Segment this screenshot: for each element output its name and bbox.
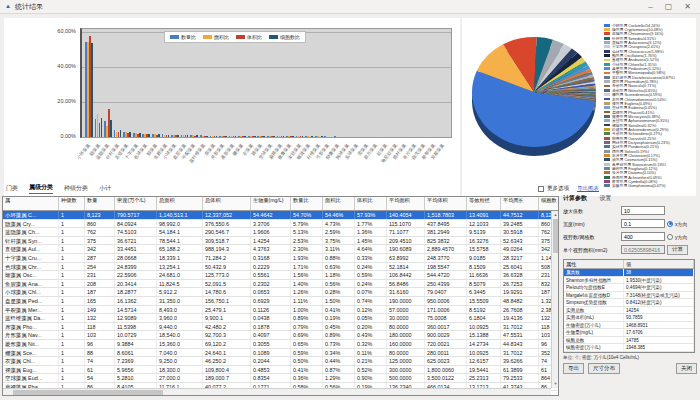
property-row[interactable]: 属类数38 bbox=[564, 269, 694, 277]
table-cell: 1 bbox=[59, 220, 85, 228]
table-row[interactable]: 衣藻属 Chl...1747.23699,250.046,250.20.2044… bbox=[3, 357, 558, 366]
width-input[interactable] bbox=[621, 219, 665, 228]
table-row[interactable]: 菱形藻属 Nit...1969.388415,360.069,120.20.30… bbox=[3, 340, 558, 349]
magnification-input[interactable] bbox=[621, 206, 665, 215]
maximize-button[interactable]: ▢ bbox=[665, 2, 673, 12]
legend-swatch bbox=[203, 35, 212, 39]
export-button[interactable]: 导出 bbox=[563, 363, 584, 374]
property-value: 14785 bbox=[624, 337, 694, 344]
table-cell: 0.05% bbox=[355, 314, 387, 322]
calculate-button[interactable]: 计算 bbox=[667, 245, 688, 255]
y-axis-tick-label: 40.00% bbox=[32, 63, 76, 69]
panel-title: 计算参数 bbox=[563, 194, 587, 203]
table-row[interactable]: 颤藻属 Osc...123122.590624,681.0125,773.00.… bbox=[3, 271, 558, 280]
table-row[interactable]: 蓝隐藻属 Ch...176274.510354,184.1290,546.71.… bbox=[3, 228, 558, 237]
table-cell: 61 bbox=[85, 366, 115, 374]
table-row[interactable]: 色球藻属 Chr...125424.839913,254.150,432.90.… bbox=[3, 263, 558, 272]
legend-swatch bbox=[604, 32, 610, 35]
title-bar: ▲ 统计结果 – ▢ ✕ bbox=[0, 0, 700, 14]
property-name: 实测总数 bbox=[564, 307, 624, 314]
close-dialog-button[interactable]: 关闭 bbox=[676, 363, 697, 374]
column-header: 平均体积 bbox=[425, 197, 467, 210]
scroll-up-arrow[interactable]: ▲ bbox=[552, 211, 559, 219]
table-cell: 1 bbox=[59, 331, 85, 339]
size-distribution-button[interactable]: 尺寸分布 bbox=[588, 363, 620, 374]
bar-细胞数比 bbox=[283, 136, 285, 137]
table-row[interactable]: 舟形藻属 Nav...110310.072918,540.092,700.30.… bbox=[3, 331, 558, 340]
more-options-checkbox[interactable] bbox=[538, 186, 544, 192]
table-cell: 74 bbox=[85, 357, 115, 365]
legend-swatch bbox=[604, 141, 610, 144]
table-row[interactable]: 小球藻属 Chl...118718.28775,912.214,780.60.0… bbox=[3, 288, 558, 297]
minimize-button[interactable]: – bbox=[648, 2, 652, 12]
bar-细胞数比 bbox=[168, 135, 170, 137]
bar-细胞数比 bbox=[369, 137, 371, 138]
legend-swatch bbox=[604, 72, 610, 75]
legend-swatch bbox=[604, 54, 610, 57]
property-row[interactable]: 生物量(mg/L)17.6706 bbox=[564, 329, 694, 337]
legend-swatch bbox=[604, 145, 610, 148]
property-row[interactable]: Margalef丰富度指数D7.3148(轻度污染或无污染) bbox=[564, 292, 694, 300]
table-row[interactable]: 小环藻属 C...18,123790.57171,140,513.112,337… bbox=[3, 211, 558, 220]
table-cell: 31.7012 bbox=[501, 349, 539, 357]
table-cell: 0.1878 bbox=[251, 323, 291, 331]
property-row[interactable]: 实测总数14254 bbox=[564, 307, 694, 315]
property-row[interactable]: Simpson优势度指数0.8412(轻度污染) bbox=[564, 299, 694, 307]
table-cell: 80.0000 bbox=[387, 323, 425, 331]
table-cell: 1,140,513.1 bbox=[157, 211, 203, 219]
table-cell: 4.3763 bbox=[251, 245, 291, 253]
vertical-scroll-thumb[interactable] bbox=[553, 219, 558, 253]
table-row[interactable]: 鱼腥藻属 Ana...120820.341411,824.552,091.50.… bbox=[3, 280, 558, 289]
table-row[interactable]: 空球藻属 Eud...1545.281027,000.0189,000.70.8… bbox=[3, 374, 558, 383]
property-value: 1468.8931 bbox=[624, 322, 694, 329]
table-cell: 1.18% bbox=[323, 271, 355, 279]
table-row[interactable]: 十字藻属 Cru...128728.066818,339.171,284.20.… bbox=[3, 254, 558, 263]
table-cell: 2.53% bbox=[291, 237, 323, 245]
table-row[interactable]: 栅藻属 Sce...1888.60617,040.024,640.10.1089… bbox=[3, 349, 558, 358]
scroll-down-arrow[interactable]: ▼ bbox=[552, 380, 559, 388]
bar-细胞数比 bbox=[91, 43, 93, 137]
app-icon: ▲ bbox=[5, 3, 12, 10]
vertical-scrollbar[interactable]: ▲ ▼ bbox=[551, 211, 558, 388]
table-cell: 1.11% bbox=[291, 297, 323, 305]
table-cell: 15.1388 bbox=[467, 331, 501, 339]
column-header: 总面积 bbox=[157, 197, 203, 210]
horizontal-scrollbar[interactable] bbox=[3, 388, 551, 395]
pie-chart bbox=[468, 24, 604, 180]
table-row[interactable]: 针杆藻属 Syn...137536.672178,544.1309,518.71… bbox=[3, 237, 558, 246]
table-row[interactable]: 平裂藻属 Mer...114914.57148,493.025,479.10.1… bbox=[3, 306, 558, 315]
table-cell: 22.5906 bbox=[115, 271, 157, 279]
tab-种级分类[interactable]: 种级分类 bbox=[64, 184, 88, 194]
table-cell: 189,000.7 bbox=[203, 374, 251, 382]
property-row[interactable]: 细胞总数14785 bbox=[564, 337, 694, 345]
y-direction-radio[interactable] bbox=[667, 234, 673, 240]
tab-小计[interactable]: 小计 bbox=[99, 184, 111, 194]
table-row[interactable]: 席藻属 Pho...111811.53989,440.042,480.20.18… bbox=[3, 323, 558, 332]
close-button[interactable]: ✕ bbox=[684, 2, 691, 12]
grid-count-input[interactable] bbox=[621, 232, 665, 241]
table-cell: 1 bbox=[59, 263, 85, 271]
table-cell: 1.26% bbox=[291, 288, 323, 296]
table-cell: 208 bbox=[85, 280, 115, 288]
table-row[interactable]: 盘星藻属 Ped...116516.136231,350.0156,750.10… bbox=[3, 297, 558, 306]
table-row[interactable]: 裸藻属 Eug...1615.965618,300.0109,800.40.48… bbox=[3, 366, 558, 375]
tab-门类[interactable]: 门类 bbox=[6, 184, 18, 194]
tab-属级分类[interactable]: 属级分类 bbox=[29, 183, 53, 194]
x-direction-radio[interactable] bbox=[667, 221, 673, 227]
property-row[interactable]: 实测体积(mL)93.7859 bbox=[564, 314, 694, 322]
property-row[interactable]: Pielou均匀度指数E0.4694(中度污染) bbox=[564, 284, 694, 292]
table-cell: 12.6157 bbox=[467, 357, 501, 365]
table-row[interactable]: 直链藻属 Aul...134233.445165,188.2988,194.34… bbox=[3, 245, 558, 254]
table-row[interactable]: 蓝纤维藻属 Da...113212.90893,960.09,900.10.04… bbox=[3, 314, 558, 323]
property-value: 7.3148(轻度污染或无污染) bbox=[624, 292, 694, 299]
legend-swatch bbox=[604, 80, 610, 83]
table-cell: 1 bbox=[59, 306, 85, 314]
table-row[interactable]: 隐藻属 Cry...186084.092498,992.0376,550.63.… bbox=[3, 220, 558, 229]
legend-label: 体积比 bbox=[247, 34, 262, 40]
property-row[interactable]: 细胞密度(万个/L)1948.385 bbox=[564, 344, 694, 352]
horizontal-scroll-thumb[interactable] bbox=[13, 390, 163, 395]
bar-细胞数比 bbox=[177, 135, 179, 137]
property-row[interactable]: 生物密度(万个/L)1468.8931 bbox=[564, 322, 694, 330]
table-cell: 61.3899 bbox=[501, 366, 539, 374]
property-row[interactable]: Shannon多样性指数H1.9530(中度污染) bbox=[564, 277, 694, 285]
